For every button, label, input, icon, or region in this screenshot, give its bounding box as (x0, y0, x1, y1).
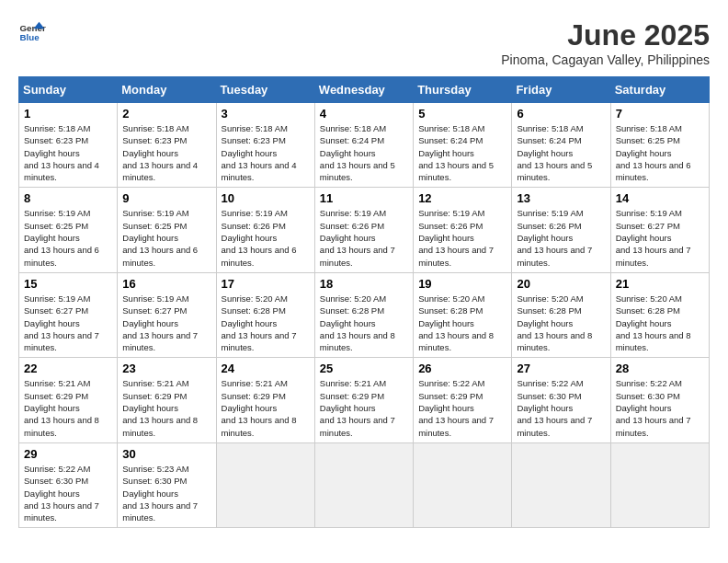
col-tuesday: Tuesday (216, 77, 314, 103)
table-row: 30 Sunrise: 5:23 AM Sunset: 6:30 PM Dayl… (118, 442, 216, 527)
calendar-week-row: 22 Sunrise: 5:21 AM Sunset: 6:29 PM Dayl… (19, 358, 710, 442)
day-info: Sunrise: 5:22 AM Sunset: 6:30 PM Dayligh… (616, 377, 704, 438)
day-info: Sunrise: 5:19 AM Sunset: 6:26 PM Dayligh… (222, 207, 310, 268)
table-row: 10 Sunrise: 5:19 AM Sunset: 6:26 PM Dayl… (216, 188, 314, 272)
table-row: 16 Sunrise: 5:19 AM Sunset: 6:27 PM Dayl… (118, 272, 216, 357)
day-number: 11 (320, 191, 408, 205)
day-info: Sunrise: 5:20 AM Sunset: 6:28 PM Dayligh… (222, 293, 310, 353)
day-info: Sunrise: 5:21 AM Sunset: 6:29 PM Dayligh… (24, 377, 112, 438)
day-number: 12 (418, 191, 506, 205)
day-number: 3 (222, 107, 310, 121)
day-info: Sunrise: 5:18 AM Sunset: 6:24 PM Dayligh… (320, 122, 408, 183)
main-title: June 2025 (501, 18, 710, 52)
calendar-week-row: 8 Sunrise: 5:19 AM Sunset: 6:25 PM Dayli… (19, 188, 710, 272)
day-info: Sunrise: 5:21 AM Sunset: 6:29 PM Dayligh… (122, 377, 210, 438)
table-row: 19 Sunrise: 5:20 AM Sunset: 6:28 PM Dayl… (414, 272, 512, 357)
day-number: 10 (222, 191, 310, 205)
col-monday: Monday (118, 77, 216, 103)
day-info: Sunrise: 5:19 AM Sunset: 6:25 PM Dayligh… (24, 207, 112, 268)
day-info: Sunrise: 5:18 AM Sunset: 6:23 PM Dayligh… (122, 122, 210, 183)
title-section: June 2025 Pinoma, Cagayan Valley, Philip… (501, 18, 710, 67)
svg-text:Blue: Blue (20, 32, 40, 42)
day-info: Sunrise: 5:19 AM Sunset: 6:27 PM Dayligh… (24, 293, 112, 353)
day-info: Sunrise: 5:19 AM Sunset: 6:27 PM Dayligh… (122, 293, 210, 353)
table-row: 4 Sunrise: 5:18 AM Sunset: 6:24 PM Dayli… (314, 103, 413, 188)
day-info: Sunrise: 5:18 AM Sunset: 6:24 PM Dayligh… (517, 122, 605, 183)
table-row: 9 Sunrise: 5:19 AM Sunset: 6:25 PM Dayli… (118, 188, 216, 272)
col-sunday: Sunday (19, 77, 118, 103)
day-number: 4 (320, 107, 408, 121)
day-number: 19 (418, 277, 506, 291)
table-row: 15 Sunrise: 5:19 AM Sunset: 6:27 PM Dayl… (19, 272, 118, 357)
table-row: 18 Sunrise: 5:20 AM Sunset: 6:28 PM Dayl… (314, 272, 413, 357)
day-number: 24 (222, 362, 310, 375)
day-number: 1 (24, 107, 112, 121)
subtitle: Pinoma, Cagayan Valley, Philippines (501, 52, 710, 67)
day-info: Sunrise: 5:18 AM Sunset: 6:23 PM Dayligh… (24, 122, 112, 183)
day-number: 27 (517, 362, 605, 375)
table-row: 11 Sunrise: 5:19 AM Sunset: 6:26 PM Dayl… (314, 188, 413, 272)
day-number: 30 (122, 447, 210, 461)
day-number: 6 (517, 107, 605, 121)
day-info: Sunrise: 5:20 AM Sunset: 6:28 PM Dayligh… (320, 293, 408, 353)
day-number: 22 (24, 362, 112, 375)
day-number: 25 (320, 362, 408, 375)
day-number: 2 (122, 107, 210, 121)
table-row: 7 Sunrise: 5:18 AM Sunset: 6:25 PM Dayli… (610, 103, 709, 188)
day-number: 21 (616, 277, 704, 291)
day-number: 17 (222, 277, 310, 291)
day-info: Sunrise: 5:18 AM Sunset: 6:25 PM Dayligh… (616, 122, 704, 183)
day-info: Sunrise: 5:22 AM Sunset: 6:30 PM Dayligh… (24, 463, 112, 523)
table-row (314, 442, 413, 527)
table-row: 25 Sunrise: 5:21 AM Sunset: 6:29 PM Dayl… (314, 358, 413, 442)
day-info: Sunrise: 5:19 AM Sunset: 6:26 PM Dayligh… (418, 207, 506, 268)
day-number: 20 (517, 277, 605, 291)
day-info: Sunrise: 5:20 AM Sunset: 6:28 PM Dayligh… (517, 293, 605, 353)
day-info: Sunrise: 5:18 AM Sunset: 6:24 PM Dayligh… (418, 122, 506, 183)
day-info: Sunrise: 5:19 AM Sunset: 6:26 PM Dayligh… (320, 207, 408, 268)
logo: General Blue (18, 18, 46, 46)
col-saturday: Saturday (610, 77, 709, 103)
table-row (414, 442, 512, 527)
table-row: 23 Sunrise: 5:21 AM Sunset: 6:29 PM Dayl… (118, 358, 216, 442)
table-row: 27 Sunrise: 5:22 AM Sunset: 6:30 PM Dayl… (512, 358, 610, 442)
day-number: 15 (24, 277, 112, 291)
calendar-week-row: 15 Sunrise: 5:19 AM Sunset: 6:27 PM Dayl… (19, 272, 710, 357)
day-number: 5 (418, 107, 506, 121)
table-row: 12 Sunrise: 5:19 AM Sunset: 6:26 PM Dayl… (414, 188, 512, 272)
table-row: 6 Sunrise: 5:18 AM Sunset: 6:24 PM Dayli… (512, 103, 610, 188)
day-number: 8 (24, 191, 112, 205)
table-row (610, 442, 709, 527)
day-number: 23 (122, 362, 210, 375)
col-friday: Friday (512, 77, 610, 103)
table-row: 17 Sunrise: 5:20 AM Sunset: 6:28 PM Dayl… (216, 272, 314, 357)
table-row: 21 Sunrise: 5:20 AM Sunset: 6:28 PM Dayl… (610, 272, 709, 357)
day-info: Sunrise: 5:20 AM Sunset: 6:28 PM Dayligh… (616, 293, 704, 353)
day-info: Sunrise: 5:19 AM Sunset: 6:27 PM Dayligh… (616, 207, 704, 268)
table-row: 3 Sunrise: 5:18 AM Sunset: 6:23 PM Dayli… (216, 103, 314, 188)
calendar-header-row: Sunday Monday Tuesday Wednesday Thursday… (19, 77, 710, 103)
table-row: 29 Sunrise: 5:22 AM Sunset: 6:30 PM Dayl… (19, 442, 118, 527)
day-info: Sunrise: 5:22 AM Sunset: 6:30 PM Dayligh… (517, 377, 605, 438)
calendar-week-row: 1 Sunrise: 5:18 AM Sunset: 6:23 PM Dayli… (19, 103, 710, 188)
day-number: 9 (122, 191, 210, 205)
day-number: 14 (616, 191, 704, 205)
table-row: 28 Sunrise: 5:22 AM Sunset: 6:30 PM Dayl… (610, 358, 709, 442)
day-number: 29 (24, 447, 112, 461)
table-row: 8 Sunrise: 5:19 AM Sunset: 6:25 PM Dayli… (19, 188, 118, 272)
day-number: 18 (320, 277, 408, 291)
day-info: Sunrise: 5:20 AM Sunset: 6:28 PM Dayligh… (418, 293, 506, 353)
day-info: Sunrise: 5:21 AM Sunset: 6:29 PM Dayligh… (222, 377, 310, 438)
col-thursday: Thursday (414, 77, 512, 103)
calendar: Sunday Monday Tuesday Wednesday Thursday… (18, 76, 710, 528)
table-row: 14 Sunrise: 5:19 AM Sunset: 6:27 PM Dayl… (610, 188, 709, 272)
day-number: 7 (616, 107, 704, 121)
col-wednesday: Wednesday (314, 77, 413, 103)
calendar-week-row: 29 Sunrise: 5:22 AM Sunset: 6:30 PM Dayl… (19, 442, 710, 527)
table-row (216, 442, 314, 527)
table-row: 2 Sunrise: 5:18 AM Sunset: 6:23 PM Dayli… (118, 103, 216, 188)
logo-icon: General Blue (18, 18, 46, 46)
table-row: 22 Sunrise: 5:21 AM Sunset: 6:29 PM Dayl… (19, 358, 118, 442)
day-number: 16 (122, 277, 210, 291)
table-row (512, 442, 610, 527)
